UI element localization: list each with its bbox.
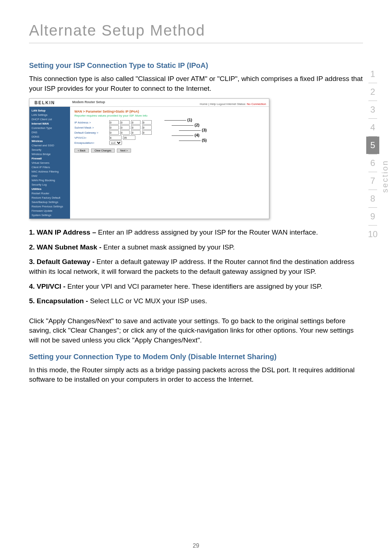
sidebar-category: Firewall xyxy=(31,156,69,161)
ip-octet-input[interactable] xyxy=(142,120,152,125)
ip-octet-input[interactable] xyxy=(120,120,130,125)
section-nav-item-2[interactable]: 2 xyxy=(366,83,379,101)
section-nav: 12345678910 xyxy=(366,65,379,243)
sidebar-item[interactable]: Security xyxy=(31,147,69,152)
ip-octet-input[interactable] xyxy=(120,130,130,135)
item-body: Enter an IP address assigned by your ISP… xyxy=(98,228,318,236)
ip-octet-input[interactable] xyxy=(131,130,140,135)
explanation-item: 3. Default Gateway - Enter a default gat… xyxy=(29,257,363,276)
section-heading-modem-only: Setting your Connection Type to Modem On… xyxy=(29,353,363,361)
vpi-vci-row: VPI/VCI> . xyxy=(74,135,265,140)
router-buttons: < Back Clear Changes Next > xyxy=(74,149,265,153)
title-rule xyxy=(29,43,363,43)
ip-octet-input[interactable] xyxy=(120,125,130,130)
callout-5: (5) xyxy=(179,138,207,142)
ip-octet-input[interactable] xyxy=(142,125,152,130)
ip-octet-input[interactable] xyxy=(109,125,119,130)
sidebar-item[interactable]: Restore Previous Settings xyxy=(31,204,69,208)
ip-octet-input[interactable] xyxy=(131,120,140,125)
sidebar-category: Utilities xyxy=(31,187,69,191)
sidebar-category: Wireless xyxy=(31,139,69,143)
item-body: Enter a subnet mask assigned by your ISP… xyxy=(103,243,235,251)
sidebar-item[interactable]: WAN Ping Blocking xyxy=(31,178,69,182)
router-header-links: Home | Help Logout Internet Status: No C… xyxy=(200,102,266,106)
section-nav-item-8[interactable]: 8 xyxy=(366,190,379,207)
item-bold: 5. Encapsulation - xyxy=(29,297,90,305)
form-row: Subnet Mask >... xyxy=(74,125,265,130)
vci-input[interactable] xyxy=(123,135,135,140)
ip-octet-input[interactable] xyxy=(131,125,140,130)
router-breadcrumb: WAN > Parameter Setting>Static IP (IPoA) xyxy=(74,110,265,113)
callout-3: (3) xyxy=(179,128,207,132)
sidebar-category: Internet WAN xyxy=(31,121,69,126)
page-title: Alternate Setup Method xyxy=(29,22,363,39)
explanation-item: 1. WAN IP Address – Enter an IP address … xyxy=(29,228,363,238)
sidebar-item[interactable]: Save/Backup Settings xyxy=(31,200,69,204)
router-hint: Reporter requires values provided by you… xyxy=(74,114,265,117)
sidebar-category: LAN Setup xyxy=(31,108,69,113)
section-nav-item-6[interactable]: 6 xyxy=(366,154,379,172)
item-body: Enter your VPI and VCI parameter here. T… xyxy=(68,283,323,290)
form-label: IP Address > xyxy=(74,121,109,124)
item-bold: 1. WAN IP Address – xyxy=(29,228,98,236)
router-logo: BELKIN xyxy=(29,100,72,105)
encap-select[interactable]: LLC xyxy=(109,141,122,145)
item-bold: 4. VPI/VCI - xyxy=(29,283,68,290)
sidebar-item[interactable]: DNS xyxy=(31,130,69,134)
apply-text: Click "Apply Changes/Next" to save and a… xyxy=(29,316,363,345)
section-nav-item-9[interactable]: 9 xyxy=(366,208,379,225)
sidebar-item[interactable]: Restart Router xyxy=(31,191,69,195)
back-button[interactable]: < Back xyxy=(74,149,89,153)
page-number: 29 xyxy=(0,543,392,549)
section-nav-item-4[interactable]: 4 xyxy=(366,119,379,136)
explanation-item: 5. Encapsulation - Select LLC or VC MUX … xyxy=(29,296,363,306)
sidebar-item[interactable]: LAN Settings xyxy=(31,113,69,117)
section-nav-item-10[interactable]: 10 xyxy=(366,226,379,243)
router-content: WAN > Parameter Setting>Static IP (IPoA)… xyxy=(70,107,269,219)
callout-4: (4) xyxy=(172,133,200,137)
section-nav-item-1[interactable]: 1 xyxy=(366,65,379,83)
router-screenshot: BELKIN Modem Router Setup Home | Help Lo… xyxy=(29,98,269,219)
encap-row: Encapsulation> LLC xyxy=(74,141,265,145)
section-nav-item-7[interactable]: 7 xyxy=(366,172,379,190)
sidebar-item[interactable]: DDNS xyxy=(31,134,69,139)
clear-changes-button[interactable]: Clear Changes xyxy=(91,149,115,153)
ip-octet-input[interactable] xyxy=(109,120,119,125)
section-label: section xyxy=(380,160,390,193)
sidebar-item[interactable]: Client IP Filters xyxy=(31,165,69,169)
explanation-item: 2. WAN Subnet Mask - Enter a subnet mask… xyxy=(29,243,363,252)
sidebar-item[interactable]: Wireless Bridge xyxy=(31,152,69,156)
section2-text: In this mode, the Router simply acts as … xyxy=(29,365,363,385)
sidebar-item[interactable]: MAC Address Filtering xyxy=(31,169,69,174)
vpi-input[interactable] xyxy=(109,135,122,140)
sidebar-item[interactable]: System Settings xyxy=(31,213,69,217)
next-button[interactable]: Next > xyxy=(117,149,131,153)
form-label: Default Gateway > xyxy=(74,131,109,134)
callout-2: (2) xyxy=(172,123,200,127)
explanation-item: 4. VPI/VCI - Enter your VPI and VCI para… xyxy=(29,282,363,292)
ip-octet-input[interactable] xyxy=(142,130,152,135)
sidebar-item[interactable]: Channel and SSID xyxy=(31,143,69,147)
sidebar-item[interactable]: DMZ xyxy=(31,174,69,178)
section-nav-item-5[interactable]: 5 xyxy=(366,137,379,154)
router-status: No Connection xyxy=(247,102,266,106)
sidebar-item[interactable]: DHCP Client List xyxy=(31,117,69,121)
sidebar-item[interactable]: Virtual Servers xyxy=(31,161,69,165)
sidebar-item[interactable]: Restore Factory Default xyxy=(31,195,69,200)
item-bold: 2. WAN Subnet Mask - xyxy=(29,243,103,251)
encap-label: Encapsulation> xyxy=(74,141,109,145)
router-header-title: Modem Router Setup xyxy=(72,100,105,104)
sidebar-item[interactable]: Security Log xyxy=(31,182,69,187)
intro-text: This connection type is also called "Cla… xyxy=(29,74,363,93)
callout-1: (1) xyxy=(164,118,192,122)
section-heading-ipoa: Setting your ISP Connection Type to Stat… xyxy=(29,61,363,70)
ip-octet-input[interactable] xyxy=(109,130,119,135)
sidebar-item[interactable]: Firmware Update xyxy=(31,208,69,213)
form-label: Subnet Mask > xyxy=(74,126,109,129)
router-header-nav[interactable]: Home | Help Logout Internet Status: xyxy=(200,102,246,106)
router-sidebar: LAN SetupLAN SettingsDHCP Client ListInt… xyxy=(29,107,70,219)
item-body: Select LLC or VC MUX your ISP uses. xyxy=(90,297,207,305)
section-nav-item-3[interactable]: 3 xyxy=(366,101,379,118)
vpi-label: VPI/VCI> xyxy=(74,136,109,139)
sidebar-item[interactable]: Connection Type xyxy=(31,126,69,130)
